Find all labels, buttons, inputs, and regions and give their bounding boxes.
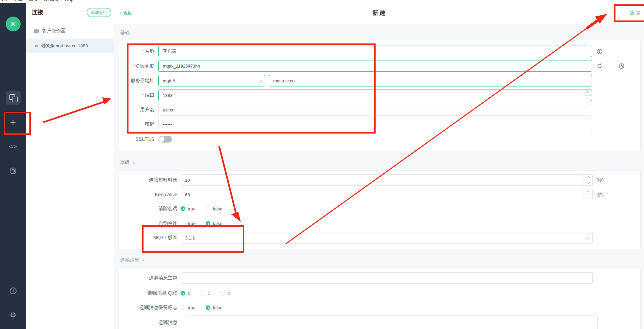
menu-file[interactable]: File <box>2 0 8 2</box>
keepalive-increment-button[interactable] <box>584 189 592 195</box>
main-area: ‹返回 新 建 连 接 基础 *名称 *Client ID <box>114 3 644 329</box>
auto-reconnect-true-radio[interactable]: true <box>181 221 196 226</box>
about-button[interactable] <box>0 286 26 295</box>
field-row-client-id: *Client ID <box>119 60 624 72</box>
timeout-unit-label: (秒) <box>596 177 604 183</box>
section-will-header[interactable]: 遗嘱消息▲ <box>120 257 145 263</box>
collapse-arrow-icon: ▲ <box>132 161 135 164</box>
settings-button[interactable]: ⚙ <box>0 311 26 320</box>
menu-edit[interactable]: Edit <box>15 0 22 2</box>
nav-connections-button[interactable] <box>0 91 26 105</box>
caret-up-icon <box>587 191 590 194</box>
name-input[interactable] <box>158 46 592 57</box>
field-row-clean-session: 清除会话 true false <box>119 203 223 214</box>
field-row-timeout: 连接超时时长 (秒) <box>119 174 604 186</box>
radio-checked-icon <box>206 221 210 226</box>
new-connection-button[interactable]: + <box>0 118 26 128</box>
plus-icon: + <box>10 118 16 128</box>
clean-session-false-radio[interactable]: false <box>206 206 223 211</box>
toggle-knob <box>159 136 164 142</box>
will-qos-1-radio[interactable]: 1 <box>201 291 210 296</box>
name-info-icon[interactable] <box>597 49 602 54</box>
will-retain-true-radio[interactable]: true <box>181 305 196 310</box>
section-basic-header: 基础 <box>120 30 130 36</box>
new-group-button[interactable]: 新建分组 <box>87 8 111 17</box>
gear-icon: ⚙ <box>10 311 17 320</box>
nav-script-button[interactable]: </> <box>0 142 26 151</box>
port-decrement-button[interactable] <box>583 95 592 101</box>
field-row-auto-reconnect: 自动重连 true false <box>119 218 223 229</box>
connections-panel: 连接 新建分组 客户服务器 测试@mqtt.usr.cn:1883 <box>26 3 114 329</box>
radio-checked-icon <box>181 291 185 296</box>
connection-status-dot <box>35 45 38 47</box>
mqtt-version-select[interactable]: 3.1.1 <box>181 232 593 244</box>
timeout-increment-button[interactable] <box>584 175 592 180</box>
app-logo: ✕ <box>0 17 26 31</box>
document-clock-icon <box>9 167 17 175</box>
radio-icon <box>181 305 185 310</box>
timeout-input[interactable] <box>181 174 593 186</box>
field-row-will-qos: 遗嘱消息 QoS 0 1 2 <box>119 287 230 299</box>
panel-title: 连接 <box>32 8 43 16</box>
keepalive-decrement-button[interactable] <box>584 195 592 200</box>
keepalive-input[interactable] <box>181 189 593 200</box>
will-topic-input[interactable] <box>181 272 593 284</box>
menu-window[interactable]: Window <box>44 0 58 2</box>
required-mark: * <box>133 64 135 69</box>
field-row-mqtt-version: MQTT 版本 3.1.1 <box>119 232 593 244</box>
refresh-client-id-icon[interactable] <box>597 63 602 69</box>
will-payload-textarea[interactable] <box>186 315 598 329</box>
auto-reconnect-false-radio[interactable]: false <box>206 221 223 226</box>
overlap-squares-icon <box>9 94 17 102</box>
info-circle-icon <box>9 287 17 295</box>
caret-up-icon <box>587 176 590 179</box>
username-input[interactable] <box>158 104 592 116</box>
nav-log-button[interactable] <box>0 167 26 175</box>
field-row-will-topic: 遗嘱消息主题 <box>119 272 593 284</box>
required-mark: * <box>142 49 144 54</box>
client-id-input[interactable] <box>158 60 592 72</box>
field-row-will-retain: 遗嘱消息保留标志 true false <box>119 302 223 313</box>
protocol-select[interactable]: mqtt:// <box>158 75 265 86</box>
caret-down-icon <box>587 195 590 199</box>
group-folder-row[interactable]: 客户服务器 <box>26 26 114 36</box>
group-folder-label: 客户服务器 <box>42 28 66 34</box>
main-topbar: ‹返回 新 建 连 接 <box>114 3 644 24</box>
menu-view[interactable]: View <box>29 0 37 2</box>
host-input[interactable] <box>269 75 592 86</box>
field-row-username: 用户名 <box>119 104 592 116</box>
password-input[interactable] <box>158 119 592 130</box>
connection-list-item[interactable]: 测试@mqtt.usr.cn:1883 <box>26 39 114 53</box>
field-row-ssl: SSL/TLS <box>119 133 172 145</box>
field-row-password: 密码 <box>119 119 592 130</box>
os-menubar: File Edit View Window Help <box>0 0 644 3</box>
caret-up-icon <box>586 91 589 95</box>
field-row-name: *名称 <box>119 46 602 57</box>
ssl-toggle[interactable] <box>158 136 172 143</box>
form-scroll-area: 基础 *名称 *Client ID 服务器地址 mqtt:// <box>114 24 644 329</box>
nav-sidebar: ✕ + </> ⚙ <box>0 3 26 329</box>
radio-icon <box>201 291 205 296</box>
field-row-will-payload: 遗嘱消息 <box>119 317 177 328</box>
will-qos-2-radio[interactable]: 2 <box>220 291 230 296</box>
field-row-port: *端口 <box>119 90 592 101</box>
connection-label: 测试@mqtt.usr.cn:1883 <box>41 43 88 49</box>
port-increment-button[interactable] <box>583 90 592 95</box>
menu-help[interactable]: Help <box>65 0 73 2</box>
history-clock-icon[interactable] <box>619 63 624 69</box>
caret-down-icon <box>587 181 590 184</box>
section-advanced-header[interactable]: 高级▲ <box>120 159 135 166</box>
radio-icon <box>220 291 225 296</box>
will-retain-false-radio[interactable]: false <box>206 305 223 310</box>
radio-icon <box>181 221 185 226</box>
port-input[interactable] <box>158 90 592 101</box>
chevron-down-icon <box>585 235 590 239</box>
connect-button[interactable]: 连 接 <box>630 10 641 16</box>
collapse-arrow-icon: ▲ <box>142 258 145 262</box>
clean-session-true-radio[interactable]: true <box>181 206 196 211</box>
page-title: 新 建 <box>114 9 644 17</box>
will-qos-0-radio[interactable]: 0 <box>181 291 190 296</box>
radio-icon <box>206 206 210 211</box>
required-mark: * <box>142 93 144 98</box>
timeout-decrement-button[interactable] <box>584 180 592 186</box>
